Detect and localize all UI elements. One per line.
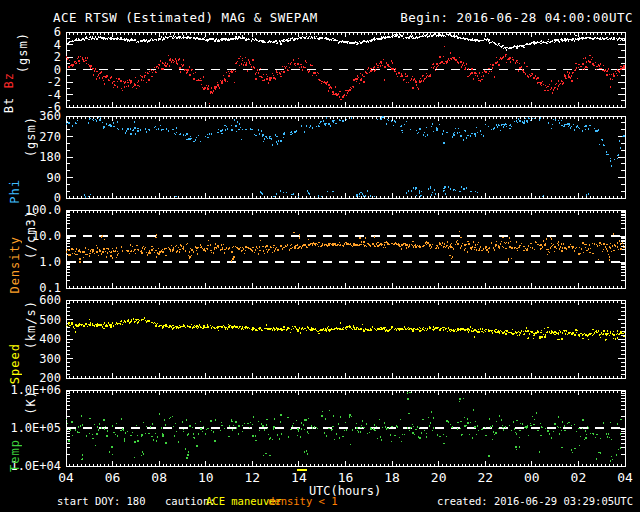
x-tick-label: 22	[469, 470, 501, 485]
ace-rtsw-plot: { "header": { "title": "ACE RTSW (Estima…	[0, 0, 640, 512]
axis-label-mag: Bt Bz	[2, 72, 16, 113]
x-tick-label: 12	[236, 470, 268, 485]
x-tick-label: 08	[143, 470, 175, 485]
x-tick-label: 06	[97, 470, 129, 485]
axis-unit-mag: (gsm)	[16, 32, 30, 73]
axis-label-speed: Speed	[8, 343, 22, 384]
start-doy-label: start DOY: 180	[57, 495, 146, 507]
density-caution-label: density < 1	[268, 495, 338, 507]
series-phi	[66, 117, 625, 197]
x-tick-label: 00	[516, 470, 548, 485]
series-bz	[66, 47, 625, 104]
series-temp	[66, 393, 622, 462]
plot-canvas	[0, 0, 640, 512]
panel-ticks-density	[66, 210, 625, 288]
axis-label-phi: Phi	[8, 179, 22, 204]
x-tick-label: 18	[376, 470, 408, 485]
panel-ticks-phi	[66, 116, 625, 198]
x-tick-label: 04	[609, 470, 640, 485]
series-speed	[66, 318, 625, 340]
axis-unit-speed: (km/s)	[24, 300, 38, 349]
x-tick-label: 04	[50, 470, 82, 485]
axis-unit-density: (/cm3)	[24, 210, 38, 259]
axis-label-density: Density	[8, 236, 22, 294]
x-tick-label: 14	[283, 470, 315, 485]
panel-frame-density	[66, 210, 625, 288]
axis-label-temp: Temp	[8, 439, 22, 472]
created-timestamp: created: 2016-06-29 03:29:05UTC	[437, 495, 633, 507]
panel-ticks-speed	[66, 300, 625, 378]
panel-frame-phi	[66, 116, 625, 198]
y-tick-label: 1.0E+05	[0, 421, 61, 435]
x-tick-label: 20	[423, 470, 455, 485]
x-tick-label: 16	[330, 470, 362, 485]
axis-unit-temp: (K)	[24, 390, 38, 415]
axis-unit-phi: (gsm)	[24, 116, 38, 157]
panel-frame-speed	[66, 300, 625, 378]
x-tick-label: 02	[562, 470, 594, 485]
x-tick-label: 10	[190, 470, 222, 485]
